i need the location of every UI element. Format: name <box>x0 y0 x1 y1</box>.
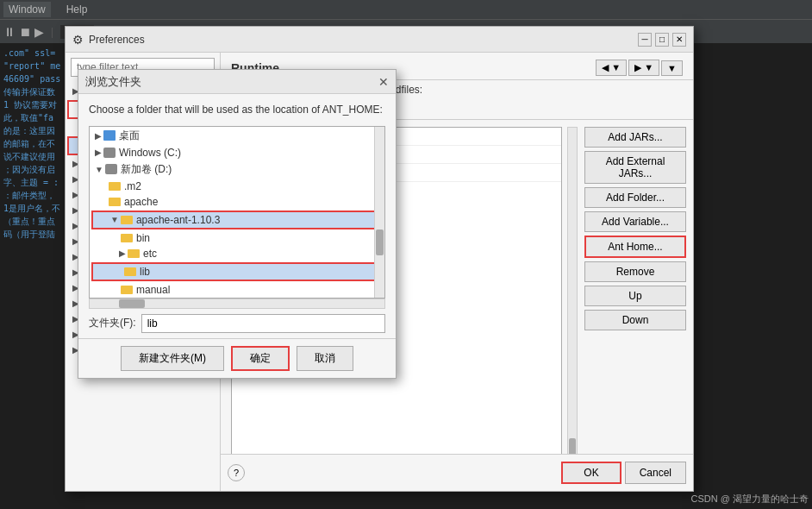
folder-bin-icon <box>121 234 133 242</box>
browse-path-label: 文件夹(F): <box>89 316 136 330</box>
browse-scrollbar-thumb <box>376 229 384 255</box>
browse-path-row: 文件夹(F): <box>78 309 396 338</box>
up-button[interactable]: Up <box>584 286 686 306</box>
ok-button[interactable]: OK <box>561 462 621 484</box>
ant-home-button[interactable]: Ant Home... <box>584 236 686 258</box>
browse-label-etc: etc <box>143 248 157 260</box>
menu-window[interactable]: Window <box>3 2 51 17</box>
browse-titlebar: 浏览文件夹 ✕ <box>78 70 396 94</box>
add-jars-button[interactable]: Add JARs... <box>584 127 686 148</box>
browse-label-manual: manual <box>136 284 170 296</box>
folder-lib-icon <box>124 267 136 276</box>
browse-label-lib: lib <box>140 266 150 278</box>
toolbar-icon-3: ▶ <box>34 25 44 39</box>
browse-label-apache-ant: apache-ant-1.10.3 <box>136 214 220 226</box>
close-button[interactable]: ✕ <box>672 33 686 47</box>
nav-arrows: ◀ ▼ ▶ ▼ ▼ <box>596 60 683 76</box>
browse-item-apache[interactable]: apache <box>90 194 384 210</box>
browse-item-manual[interactable]: manual <box>90 282 384 298</box>
folder-etc-icon <box>128 249 140 258</box>
hdd-c-icon <box>103 148 116 158</box>
add-external-jars-button[interactable]: Add External JARs... <box>584 151 686 184</box>
nav-dropdown-button[interactable]: ▼ <box>661 60 683 76</box>
chevron-d-drive: ▼ <box>95 165 103 174</box>
chevron-desktop: ▶ <box>95 131 102 141</box>
toolbar-icon-1: ⏸ <box>3 25 16 39</box>
browse-label-desktop: 桌面 <box>119 129 140 143</box>
remove-button[interactable]: Remove <box>584 261 686 282</box>
browse-item-d-drive[interactable]: ▼ 新加卷 (D:) <box>90 160 384 179</box>
confirm-button[interactable]: 确定 <box>231 346 290 371</box>
cancel-button[interactable]: Cancel <box>625 462 686 484</box>
folder-apache-ant-icon <box>121 216 133 224</box>
browse-item-lib[interactable]: lib <box>91 262 383 281</box>
browse-label-c-drive: Windows (C:) <box>119 147 181 159</box>
folder-apache-icon <box>109 198 121 206</box>
browse-close-button[interactable]: ✕ <box>378 75 389 89</box>
menu-bar: Window Help <box>0 0 812 19</box>
window-controls: ─ □ ✕ <box>638 33 686 47</box>
desktop-icon <box>103 130 116 141</box>
browse-item-etc[interactable]: ▶ etc <box>90 246 384 261</box>
watermark: CSDN @ 渴望力量的哈士奇 <box>691 493 809 506</box>
chevron-c-drive: ▶ <box>95 148 102 157</box>
browse-item-c-drive[interactable]: ▶ Windows (C:) <box>90 145 384 160</box>
browse-cancel-button[interactable]: 取消 <box>297 346 353 371</box>
preferences-titlebar: ⚙ Preferences ─ □ ✕ <box>66 27 693 53</box>
browse-title: 浏览文件夹 <box>85 74 141 90</box>
browse-item-bin[interactable]: bin <box>90 230 384 246</box>
browse-item-desktop[interactable]: ▶ 桌面 <box>90 127 384 145</box>
code-background: .com" ssl= "report" me 46609" pass 传输并保证… <box>0 43 69 244</box>
menu-help[interactable]: Help <box>61 2 93 17</box>
minimize-button[interactable]: ─ <box>638 33 652 47</box>
chevron-etc: ▶ <box>119 248 126 258</box>
preferences-title: Preferences <box>89 34 145 46</box>
chevron-apache-ant: ▼ <box>110 215 119 224</box>
browse-label-m2: .m2 <box>124 180 141 192</box>
browse-bottom: 新建文件夹(M) 确定 取消 <box>78 338 396 378</box>
maximize-button[interactable]: □ <box>655 33 669 47</box>
folder-manual-icon <box>121 286 133 294</box>
browse-label-d-drive: 新加卷 (D:) <box>121 162 172 177</box>
folder-m2-icon <box>109 182 121 191</box>
nav-back-button[interactable]: ◀ ▼ <box>596 60 627 76</box>
down-button[interactable]: Down <box>584 310 686 330</box>
add-variable-button[interactable]: Add Variable... <box>584 211 686 232</box>
preferences-gear-icon: ⚙ <box>72 33 84 47</box>
browse-item-apache-ant[interactable]: ▼ apache-ant-1.10.3 <box>91 211 383 229</box>
browse-label-bin: bin <box>136 232 150 244</box>
browse-dialog: 浏览文件夹 ✕ Choose a folder that will be use… <box>78 69 397 379</box>
help-icon[interactable]: ? <box>228 464 245 481</box>
toolbar-icon-2: ⏹ <box>19 25 31 39</box>
browse-tree-scrollbar[interactable] <box>374 127 384 298</box>
browse-label-apache: apache <box>124 196 158 208</box>
new-folder-button[interactable]: 新建文件夹(M) <box>121 346 224 371</box>
browse-path-input[interactable] <box>141 314 385 333</box>
add-folder-button[interactable]: Add Folder... <box>584 187 686 208</box>
nav-forward-button[interactable]: ▶ ▼ <box>628 60 659 76</box>
browse-description: Choose a folder that will be used as the… <box>78 94 396 126</box>
browse-item-m2[interactable]: .m2 <box>90 179 384 194</box>
window-title-group: ⚙ Preferences <box>72 33 145 47</box>
browse-tree[interactable]: ▶ 桌面 ▶ Windows (C:) ▼ 新加卷 (D:) .m2 apach… <box>89 126 385 298</box>
hdd-d-icon <box>105 164 117 174</box>
